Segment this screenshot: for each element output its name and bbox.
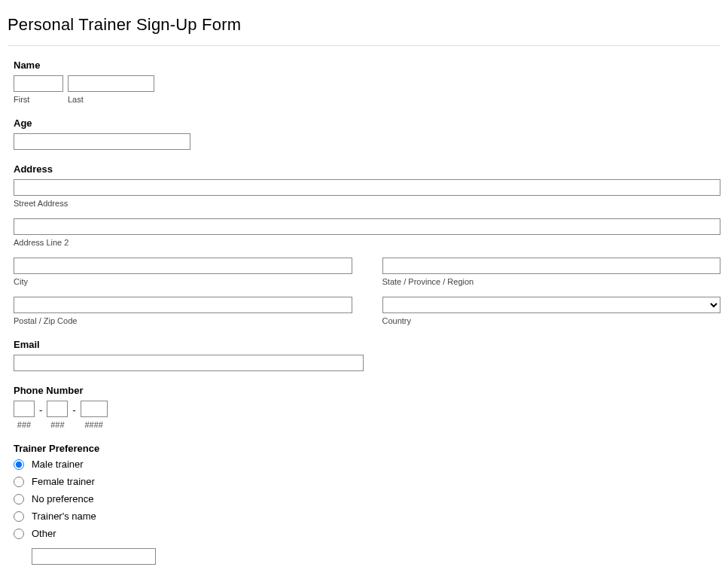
state-sublabel: State / Province / Region bbox=[382, 277, 721, 286]
country-select[interactable] bbox=[382, 297, 721, 313]
age-input[interactable] bbox=[14, 133, 190, 150]
email-input[interactable] bbox=[14, 355, 364, 371]
age-label: Age bbox=[14, 117, 720, 129]
radio-none[interactable]: No preference bbox=[14, 493, 720, 505]
phone-dash-2: - bbox=[72, 404, 75, 416]
phone-sub3: #### bbox=[84, 420, 102, 429]
email-label: Email bbox=[14, 339, 720, 350]
radio-female-input[interactable] bbox=[14, 477, 24, 487]
radio-other-label: Other bbox=[32, 528, 56, 539]
radio-female-label: Female trainer bbox=[32, 476, 95, 487]
radio-male-label: Male trainer bbox=[32, 459, 84, 470]
radio-none-input[interactable] bbox=[14, 494, 24, 505]
radio-male[interactable]: Male trainer bbox=[14, 459, 720, 470]
city-input[interactable] bbox=[14, 258, 352, 274]
name-label: Name bbox=[14, 59, 720, 71]
postal-input[interactable] bbox=[14, 297, 352, 313]
radio-female[interactable]: Female trainer bbox=[14, 476, 720, 487]
state-input[interactable] bbox=[382, 258, 721, 274]
trainer-pref-field: Trainer Preference Male trainer Female t… bbox=[8, 443, 720, 565]
radio-other-input[interactable] bbox=[14, 529, 24, 539]
phone-field: Phone Number ### - ### - #### bbox=[8, 385, 720, 429]
divider bbox=[8, 45, 720, 46]
phone-sub1: ### bbox=[17, 420, 31, 429]
radio-named-label: Trainer's name bbox=[32, 511, 96, 522]
trainer-pref-label: Trainer Preference bbox=[14, 443, 720, 454]
postal-sublabel: Postal / Zip Code bbox=[14, 316, 352, 325]
country-sublabel: Country bbox=[382, 316, 721, 325]
page-title: Personal Trainer Sign-Up Form bbox=[8, 15, 720, 35]
radio-named-input[interactable] bbox=[14, 511, 24, 522]
first-name-sublabel: First bbox=[14, 95, 63, 104]
phone-sub2: ### bbox=[50, 420, 64, 429]
first-name-input[interactable] bbox=[14, 75, 63, 92]
email-field: Email bbox=[8, 339, 720, 371]
street-address-input[interactable] bbox=[14, 179, 720, 196]
radio-none-label: No preference bbox=[32, 493, 93, 505]
phone-label: Phone Number bbox=[14, 385, 720, 396]
name-field: Name First Last bbox=[8, 59, 720, 104]
address-line2-sublabel: Address Line 2 bbox=[14, 238, 720, 247]
last-name-input[interactable] bbox=[68, 75, 154, 92]
address-field: Address Street Address Address Line 2 Ci… bbox=[8, 163, 720, 325]
phone-part1-input[interactable] bbox=[14, 401, 35, 417]
radio-male-input[interactable] bbox=[14, 459, 24, 470]
age-field: Age bbox=[8, 117, 720, 150]
phone-part3-input[interactable] bbox=[81, 401, 108, 417]
radio-named[interactable]: Trainer's name bbox=[14, 511, 720, 522]
last-name-sublabel: Last bbox=[68, 95, 154, 104]
phone-part2-input[interactable] bbox=[47, 401, 68, 417]
phone-dash-1: - bbox=[39, 404, 42, 416]
address-label: Address bbox=[14, 163, 720, 175]
address-line2-input[interactable] bbox=[14, 218, 720, 235]
radio-other[interactable]: Other bbox=[14, 528, 720, 539]
street-address-sublabel: Street Address bbox=[14, 199, 720, 208]
other-text-input[interactable] bbox=[32, 548, 156, 565]
city-sublabel: City bbox=[14, 277, 352, 286]
